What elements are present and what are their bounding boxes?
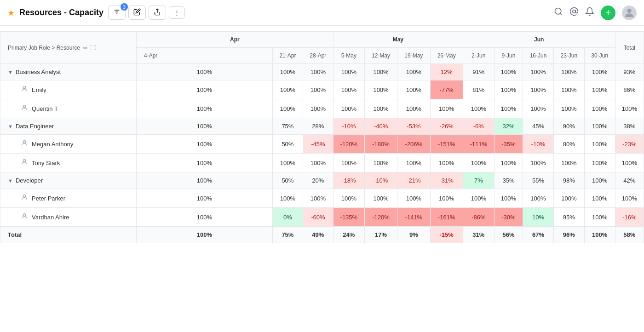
svg-point-10 (23, 141, 25, 143)
header-right: + (554, 6, 637, 20)
row-label-0[interactable]: ▼Business Analyst (0, 64, 137, 80)
cell-r3-c4: -40% (364, 118, 397, 135)
cell-r4-c9: -10% (523, 135, 554, 154)
cell-r3-c6: -26% (430, 118, 463, 135)
cell-r1-c0: 100% (136, 80, 272, 99)
cell-r9-c7: 31% (463, 227, 494, 243)
cell-r0-c5: 100% (397, 64, 430, 80)
cell-r8-c6: -161% (430, 208, 463, 227)
cell-r4-c8: -35% (494, 135, 523, 154)
star-icon[interactable]: ★ (7, 8, 15, 18)
edit-button[interactable] (128, 6, 146, 20)
cell-r4-c4: -180% (364, 135, 397, 154)
cell-r5-c4: 100% (364, 154, 397, 172)
cell-r8-c3: -135% (333, 208, 364, 227)
cell-r2-c12: 100% (615, 99, 644, 118)
total-header: Total (615, 32, 644, 64)
cell-r3-c3: -10% (333, 118, 364, 135)
cell-r7-c1: 100% (272, 189, 303, 208)
cell-r2-c11: 100% (584, 99, 615, 118)
sub-row: Tony Stark100%100%100%100%100%100%100%10… (0, 154, 644, 172)
svg-point-4 (555, 8, 561, 14)
cell-r9-c6: -15% (430, 227, 463, 243)
person-icon (21, 158, 28, 167)
avatar[interactable] (622, 6, 637, 20)
chevron-icon: ▼ (8, 178, 13, 183)
cell-r5-c2: 100% (303, 154, 333, 172)
chevron-icon: ▼ (8, 124, 13, 129)
svg-point-12 (23, 195, 25, 197)
group-label: Developer (16, 177, 43, 184)
cell-r1-c9: 100% (523, 80, 554, 99)
date-col-2-Jun: 2-Jun (463, 48, 494, 64)
month-jun: Jun (463, 32, 615, 48)
share-button[interactable] (149, 6, 166, 20)
add-button[interactable]: + (601, 6, 615, 20)
cell-r2-c0: 100% (136, 99, 272, 118)
row-label-3[interactable]: ▼Data Engineer (0, 118, 137, 135)
person-icon (21, 104, 28, 113)
cell-r8-c11: 100% (584, 208, 615, 227)
cell-r0-c7: 91% (463, 64, 494, 80)
expand-icon[interactable]: ⛶ (90, 45, 96, 51)
cell-r3-c8: 32% (494, 118, 523, 135)
cell-r8-c5: -141% (397, 208, 430, 227)
cell-r0-c3: 100% (333, 64, 364, 80)
person-icon (21, 85, 28, 94)
sub-label: Peter Parker (32, 195, 65, 202)
cell-r8-c2: -60% (303, 208, 333, 227)
cell-r7-c2: 100% (303, 189, 333, 208)
cell-r9-c3: 24% (333, 227, 364, 243)
date-col-16-Jun: 16-Jun (523, 48, 554, 64)
date-col-9-Jun: 9-Jun (494, 48, 523, 64)
cell-r5-c8: 100% (494, 154, 523, 172)
cell-r8-c4: -120% (364, 208, 397, 227)
cell-r5-c9: 100% (523, 154, 554, 172)
cell-r4-c6: -151% (430, 135, 463, 154)
cell-r4-c10: 80% (553, 135, 584, 154)
cell-r7-c10: 100% (553, 189, 584, 208)
more-button[interactable]: ⋮ (169, 6, 185, 19)
notification-icon[interactable] (585, 7, 594, 18)
cell-r6-c4: -10% (364, 172, 397, 189)
cell-r2-c4: 100% (364, 99, 397, 118)
sub-label: Megan Anthony (32, 141, 73, 148)
cell-r6-c12: 42% (615, 172, 644, 189)
cell-r6-c0: 100% (136, 172, 272, 189)
resize-icon[interactable]: ⇔ (83, 45, 87, 51)
svg-line-5 (560, 13, 562, 15)
cell-r3-c10: 90% (553, 118, 584, 135)
cell-r9-c0: 100% (136, 227, 272, 243)
mention-icon[interactable] (569, 7, 579, 18)
cell-r3-c9: 45% (523, 118, 554, 135)
cell-r8-c12: -16% (615, 208, 644, 227)
cell-r6-c2: 20% (303, 172, 333, 189)
svg-point-7 (627, 8, 631, 12)
filter-button[interactable]: 3 (108, 6, 126, 20)
cell-r7-c9: 100% (523, 189, 554, 208)
cell-r0-c6: 12% (430, 64, 463, 80)
total-row: Total100%75%49%24%17%9%-15%31%56%67%96%1… (0, 227, 644, 243)
cell-r5-c0: 100% (136, 154, 272, 172)
cell-r3-c12: 38% (615, 118, 644, 135)
cell-r2-c9: 100% (523, 99, 554, 118)
cell-r0-c0: 100% (136, 64, 272, 80)
row-label-6[interactable]: ▼Developer (0, 172, 137, 189)
cell-r4-c3: -120% (333, 135, 364, 154)
cell-r7-c6: 100% (430, 189, 463, 208)
cell-r2-c6: 100% (430, 99, 463, 118)
group-label: Business Analyst (16, 69, 61, 75)
filter-icon (113, 8, 121, 17)
row-label-1: Emily (0, 80, 137, 99)
cell-r6-c3: -18% (333, 172, 364, 189)
cell-r7-c4: 100% (364, 189, 397, 208)
row-label-2: Quentin T (0, 99, 137, 118)
cell-r5-c6: 100% (430, 154, 463, 172)
cell-r1-c7: 81% (463, 80, 494, 99)
cell-r0-c9: 100% (523, 64, 554, 80)
cell-r4-c5: -206% (397, 135, 430, 154)
search-icon[interactable] (554, 7, 563, 18)
cell-r3-c7: -6% (463, 118, 494, 135)
sub-label: Tony Stark (32, 160, 60, 166)
filter-badge: 3 (121, 3, 128, 11)
